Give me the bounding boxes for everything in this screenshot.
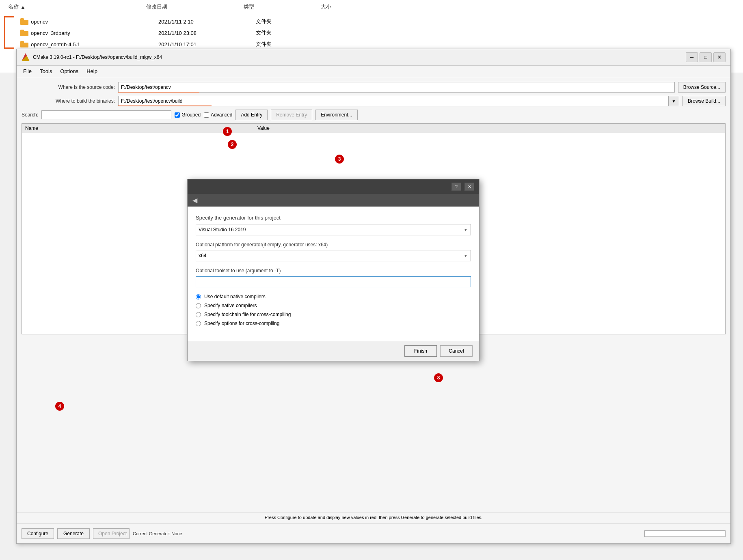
title-bar: CMake 3.19.0-rc1 - F:/Desktop/test/openc… — [17, 49, 730, 66]
generator-dialog: ? ✕ ◀ Specify the generator for this pro… — [187, 179, 479, 361]
build-input-wrapper: ▼ — [118, 96, 679, 106]
source-input[interactable] — [118, 82, 675, 93]
source-input-wrapper — [118, 82, 675, 93]
col-date-header: 修改日期 — [146, 3, 227, 11]
search-input[interactable] — [41, 110, 171, 119]
radio-crosscompile-label: Specify options for cross-compiling — [204, 321, 279, 326]
radio-specify-label: Specify native compilers — [204, 303, 257, 308]
dialog-back-button[interactable]: ◀ — [192, 196, 197, 204]
build-dropdown-arrow[interactable]: ▼ — [669, 96, 679, 106]
progress-bar — [644, 530, 726, 537]
advanced-checkbox-label[interactable]: Advanced — [204, 112, 232, 118]
generator-select[interactable]: Visual Studio 16 2019Visual Studio 15 20… — [196, 224, 471, 235]
finish-button[interactable]: Finish — [404, 345, 437, 357]
browse-source-button[interactable]: Browse Source... — [678, 82, 726, 93]
list-item[interactable]: opencv_contrib-4.5.1 2021/1/10 17:01 文件夹 — [8, 39, 735, 50]
remove-entry-button[interactable]: Remove Entry — [271, 110, 312, 120]
table-col-value: Value — [257, 125, 722, 131]
dialog-body: Specify the generator for this project V… — [188, 207, 479, 341]
dialog-title-bar: ? ✕ — [188, 179, 479, 194]
cmake-icon — [22, 53, 30, 61]
col-name-header[interactable]: 名称 ▲ — [8, 3, 130, 11]
radio-toolchain[interactable]: Specify toolchain file for cross-compili… — [196, 312, 471, 317]
compiler-options-group: Use default native compilers Specify nat… — [196, 294, 471, 326]
dialog-nav: ◀ — [188, 194, 479, 207]
browse-build-button[interactable]: Browse Build... — [683, 96, 726, 106]
title-bar-left: CMake 3.19.0-rc1 - F:/Desktop/test/openc… — [22, 53, 162, 61]
source-label: Where is the source code: — [22, 84, 115, 90]
step-badge-2: 2 — [228, 140, 237, 149]
environment-button[interactable]: Environment... — [315, 110, 357, 120]
advanced-checkbox[interactable] — [204, 112, 209, 118]
list-item[interactable]: opencv_3rdparty 2021/1/10 23:08 文件夹 — [8, 27, 735, 39]
menu-help[interactable]: Help — [83, 67, 101, 75]
file-explorer-header: 名称 ▲ 修改日期 类型 大小 — [8, 0, 735, 14]
source-row: Where is the source code: Browse Source.… — [22, 82, 726, 93]
step-badge-1: 1 — [223, 127, 232, 136]
open-project-button[interactable]: Open Project — [93, 528, 130, 539]
radio-toolchain-label: Specify toolchain file for cross-compili… — [204, 312, 291, 317]
status-text: Press Configure to update and display ne… — [17, 512, 730, 522]
table-header: Name Value — [22, 124, 725, 133]
radio-specify-compilers[interactable]: Specify native compilers — [196, 303, 471, 308]
close-button[interactable]: ✕ — [713, 52, 726, 62]
advanced-label: Advanced — [211, 112, 232, 118]
step-badge-4: 4 — [55, 402, 64, 411]
step-badge-8: 8 — [434, 373, 443, 382]
search-row: Search: Grouped Advanced Add Entry Remov… — [22, 110, 726, 120]
build-row: Where to build the binaries: ▼ Browse Bu… — [22, 96, 726, 106]
build-label: Where to build the binaries: — [22, 98, 115, 104]
menu-bar: File Tools Options Help — [17, 66, 730, 77]
col-size-header: 大小 — [321, 3, 361, 11]
folder-icon — [20, 18, 28, 25]
grouped-checkbox[interactable] — [175, 112, 180, 118]
source-underline — [118, 92, 199, 93]
window-title: CMake 3.19.0-rc1 - F:/Desktop/test/openc… — [33, 54, 162, 60]
grouped-checkbox-label[interactable]: Grouped — [175, 112, 201, 118]
col-type-header: 类型 — [244, 3, 305, 11]
generator-select-wrapper: Visual Studio 16 2019Visual Studio 15 20… — [196, 224, 471, 235]
folder-icon — [20, 41, 28, 47]
cancel-button[interactable]: Cancel — [440, 345, 473, 357]
title-bar-controls: ─ □ ✕ — [686, 52, 726, 62]
radio-default-label: Use default native compilers — [204, 294, 266, 299]
brace-marker — [4, 16, 14, 49]
current-generator-text: Current Generator: None — [133, 531, 182, 536]
platform-label: Optional platform for generator(if empty… — [196, 242, 471, 248]
platform-select-wrapper: x64Win32ARMARM64 — [196, 250, 471, 261]
platform-select[interactable]: x64Win32ARMARM64 — [196, 250, 471, 261]
build-underline — [118, 106, 212, 106]
dialog-footer: Finish Cancel — [188, 341, 479, 361]
menu-file[interactable]: File — [20, 67, 35, 75]
generator-label: Specify the generator for this project — [196, 215, 471, 221]
add-entry-button[interactable]: Add Entry — [235, 110, 268, 120]
generate-button[interactable]: Generate — [57, 528, 90, 539]
radio-default-compilers[interactable]: Use default native compilers — [196, 294, 471, 299]
menu-tools[interactable]: Tools — [37, 67, 55, 75]
search-label: Search: — [22, 112, 38, 118]
toolset-label: Optional toolset to use (argument to -T) — [196, 268, 471, 274]
folder-icon — [20, 30, 28, 36]
menu-options[interactable]: Options — [57, 67, 82, 75]
maximize-button[interactable]: □ — [700, 52, 712, 62]
radio-crosscompile[interactable]: Specify options for cross-compiling — [196, 321, 471, 326]
dialog-close-button[interactable]: ✕ — [464, 183, 474, 191]
minimize-button[interactable]: ─ — [686, 52, 698, 62]
configure-button[interactable]: Configure — [22, 528, 54, 539]
toolset-input[interactable] — [196, 276, 471, 287]
build-input[interactable] — [118, 96, 669, 106]
table-col-name: Name — [25, 125, 257, 131]
grouped-label: Grouped — [181, 112, 201, 118]
bottom-bar: Configure Generate Open Project Current … — [17, 523, 730, 543]
step-badge-3: 3 — [335, 155, 344, 164]
cmake-window: CMake 3.19.0-rc1 - F:/Desktop/test/openc… — [16, 49, 731, 544]
dialog-help-button[interactable]: ? — [451, 183, 461, 191]
list-item[interactable]: opencv 2021/1/11 2:10 文件夹 — [8, 16, 735, 27]
